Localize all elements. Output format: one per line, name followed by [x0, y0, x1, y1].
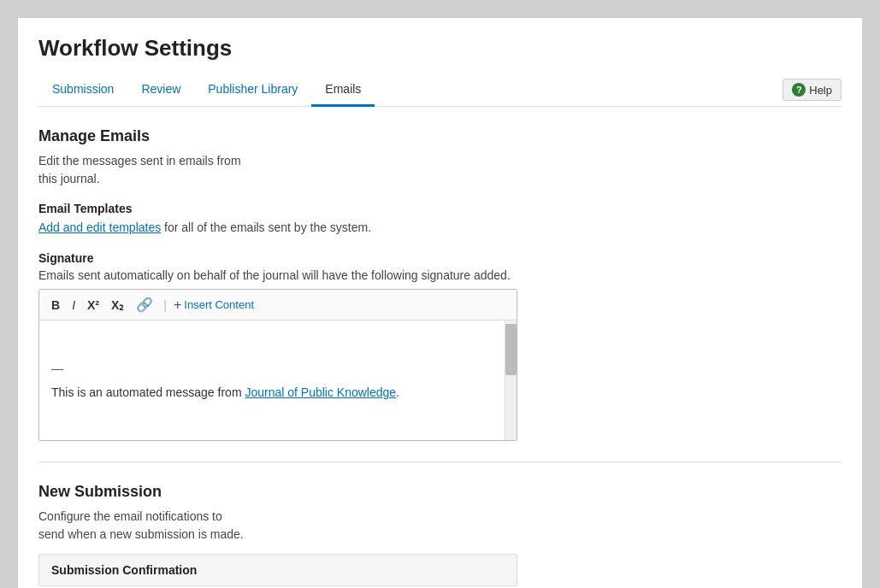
signature-section: Signature Emails sent automatically on b… — [38, 251, 842, 441]
plus-icon: + — [174, 297, 181, 313]
tabs-bar: Submission Review Publisher Library Emai… — [38, 75, 842, 107]
new-submission-description: Configure the email notifications to sen… — [38, 508, 842, 544]
editor-spacer — [51, 331, 493, 351]
link-button[interactable]: 🔗 — [133, 295, 157, 315]
signature-editor: B I X² X₂ 🔗 | + Insert Content — [38, 289, 517, 441]
editor-toolbar: B I X² X₂ 🔗 | + Insert Content — [39, 290, 517, 320]
content-area: Manage Emails Edit the messages sent in … — [18, 107, 862, 588]
tab-emails[interactable]: Emails — [311, 75, 375, 107]
tab-review[interactable]: Review — [127, 75, 194, 107]
editor-body-wrapper: — This is an automated message from Jour… — [39, 320, 517, 440]
journal-link[interactable]: Journal of Public Knowledge — [245, 385, 396, 399]
editor-scrollbar-thumb — [505, 324, 517, 375]
email-templates-label: Email Templates — [38, 202, 842, 215]
submission-confirmation-label: Submission Confirmation — [51, 563, 197, 577]
email-templates-row: Add and edit templates for all of the em… — [38, 220, 842, 234]
new-submission-section: New Submission Configure the email notif… — [38, 483, 842, 586]
toolbar-separator: | — [163, 298, 167, 312]
editor-scrollbar[interactable] — [505, 320, 517, 440]
help-button[interactable]: ? Help — [783, 79, 842, 101]
submission-confirmation-bar: Submission Confirmation — [38, 554, 517, 586]
editor-dash: — — [51, 362, 493, 375]
editor-body[interactable]: — This is an automated message from Jour… — [39, 320, 517, 440]
superscript-button[interactable]: X² — [84, 297, 103, 314]
page-title: Workflow Settings — [38, 35, 842, 62]
signature-label: Signature — [38, 251, 842, 265]
manage-emails-section: Manage Emails Edit the messages sent in … — [38, 127, 842, 441]
tab-submission[interactable]: Submission — [38, 75, 127, 107]
help-icon: ? — [792, 83, 806, 97]
italic-button[interactable]: I — [68, 297, 79, 314]
signature-description: Emails sent automatically on behalf of t… — [38, 268, 842, 282]
manage-emails-description: Edit the messages sent in emails from th… — [38, 152, 842, 188]
manage-emails-title: Manage Emails — [38, 127, 842, 145]
insert-content-button[interactable]: + Insert Content — [174, 297, 254, 313]
new-submission-title: New Submission — [38, 483, 842, 501]
subscript-button[interactable]: X₂ — [108, 297, 127, 314]
editor-automated-message: This is an automated message from Journa… — [51, 385, 493, 399]
tab-publisher-library[interactable]: Publisher Library — [194, 75, 311, 107]
section-divider — [38, 462, 842, 462]
bold-button[interactable]: B — [48, 297, 63, 314]
add-edit-templates-link[interactable]: Add and edit templates — [38, 220, 161, 234]
help-button-label: Help — [809, 84, 832, 97]
